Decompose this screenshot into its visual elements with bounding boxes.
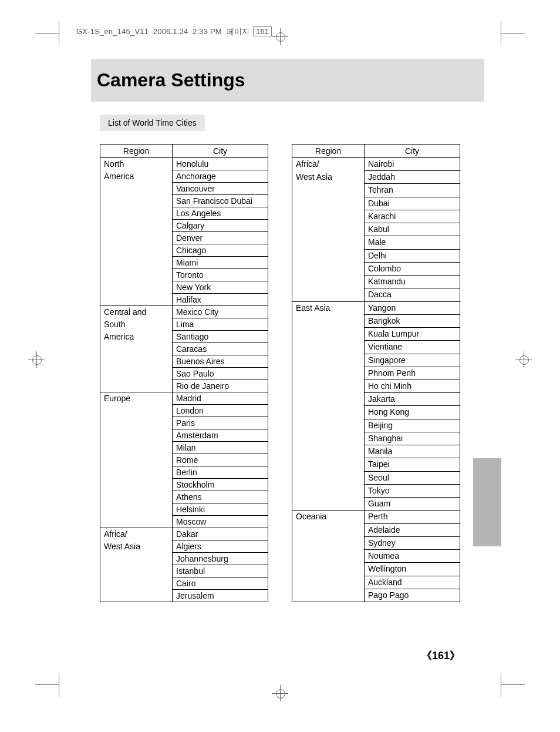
region-cell (292, 288, 365, 301)
region-cell (100, 355, 173, 368)
table-row: Jakarta (292, 393, 460, 406)
table-row: AmericaSantiago (100, 331, 268, 343)
region-cell (100, 220, 173, 232)
table-row: Miami (100, 257, 268, 269)
table-row: Shanghai (292, 432, 460, 445)
city-cell: Berlin (173, 466, 268, 479)
city-cell: Tokyo (365, 484, 460, 497)
region-cell (100, 417, 173, 429)
region-cell (292, 236, 365, 249)
region-cell (100, 183, 173, 195)
table-row: West AsiaJeddah (292, 171, 460, 184)
table-row: Calgary (100, 220, 268, 232)
city-cell: Karachi (365, 210, 460, 223)
table-row: Berlin (100, 466, 268, 479)
city-cell: Pago Pago (365, 589, 460, 602)
table-row: Delhi (292, 249, 460, 262)
city-cell: San Francisco Dubai (173, 195, 268, 207)
city-cell: Jerusalem (173, 590, 268, 602)
table-row: Sao Paulo (100, 368, 268, 380)
table-row: London (100, 405, 268, 417)
region-cell (100, 479, 173, 491)
table-row: Cairo (100, 577, 268, 590)
region-cell (292, 223, 365, 236)
crop-mark (501, 673, 501, 697)
table-row: Dubai (292, 197, 460, 210)
city-cell: Seoul (365, 471, 460, 484)
city-cell: Helsinki (173, 503, 268, 516)
table-row: Bangkok (292, 314, 460, 327)
city-cell: Ho chi Minh (365, 380, 460, 392)
city-cell: Caracas (173, 343, 268, 355)
region-cell (292, 262, 365, 275)
region-cell (100, 429, 173, 442)
city-cell: Vientiane (365, 341, 460, 354)
table-row: AmericaAnchorage (100, 170, 268, 183)
table-row: Singapore (292, 354, 460, 367)
region-cell (292, 328, 365, 341)
city-cell: Perth (365, 511, 460, 523)
meta-doc: GX-1S_en_145_V11 (76, 27, 149, 36)
table-row: Noumea (292, 550, 460, 563)
cities-table-right: Region City Africa/NairobiWest AsiaJedda… (292, 144, 460, 602)
city-cell: Manila (365, 445, 460, 458)
table-row: OceaniaPerth (292, 511, 460, 523)
table-row: Paris (100, 417, 268, 429)
city-cell: Yangon (365, 301, 460, 314)
city-cell: Auckland (365, 576, 460, 589)
region-cell (292, 419, 365, 432)
region-cell: Africa/ (100, 528, 173, 540)
region-cell (100, 294, 173, 306)
region-cell (100, 232, 173, 244)
city-cell: Honolulu (173, 158, 268, 170)
region-cell (292, 458, 365, 471)
table-row: Moscow (100, 516, 268, 528)
region-cell (100, 516, 173, 528)
table-row: Auckland (292, 576, 460, 589)
meta-page-label: 페이지 (227, 27, 250, 36)
region-cell (292, 406, 365, 419)
region-cell (292, 354, 365, 367)
table-row: San Francisco Dubai (100, 195, 268, 207)
table-row: New York (100, 281, 268, 294)
region-cell (292, 314, 365, 327)
region-cell (100, 368, 173, 380)
table-row: Guam (292, 498, 460, 511)
table-row: Karachi (292, 210, 460, 223)
city-cell: Moscow (173, 516, 268, 528)
city-cell: Athens (173, 491, 268, 503)
region-cell (292, 498, 365, 511)
table-row: EuropeMadrid (100, 392, 268, 405)
table-row: Athens (100, 491, 268, 503)
table-row: Central andMexico City (100, 306, 268, 318)
region-cell (292, 341, 365, 354)
table-row: Seoul (292, 471, 460, 484)
city-cell: London (173, 405, 268, 417)
print-meta: GX-1S_en_145_V11 2006.1.24 2:33 PM 페이지 1… (76, 26, 272, 37)
city-cell: Singapore (365, 354, 460, 367)
region-cell: Africa/ (292, 158, 365, 171)
region-cell: North (100, 158, 173, 170)
table-row: Sydney (292, 536, 460, 549)
region-cell (292, 550, 365, 563)
city-cell: Adelaide (365, 523, 460, 536)
region-cell (100, 195, 173, 207)
region-cell: America (100, 170, 173, 183)
table-row: Tehran (292, 184, 460, 197)
city-cell: Jeddah (365, 171, 460, 184)
table-row: Rome (100, 454, 268, 466)
city-cell: Lima (173, 318, 268, 331)
city-cell: Katmandu (365, 276, 460, 288)
city-cell: Mexico City (173, 306, 268, 318)
page-number: 《161》 (421, 649, 460, 663)
region-cell: Central and (100, 306, 173, 318)
region-cell (292, 563, 365, 576)
city-cell: Bangkok (365, 314, 460, 327)
page-edge-tab (473, 458, 501, 546)
city-cell: Guam (365, 498, 460, 511)
city-cell: Chicago (173, 244, 268, 257)
city-cell: Male (365, 236, 460, 249)
region-cell (292, 197, 365, 210)
table-row: Los Angeles (100, 207, 268, 220)
title-bar: Camera Settings (91, 59, 484, 102)
